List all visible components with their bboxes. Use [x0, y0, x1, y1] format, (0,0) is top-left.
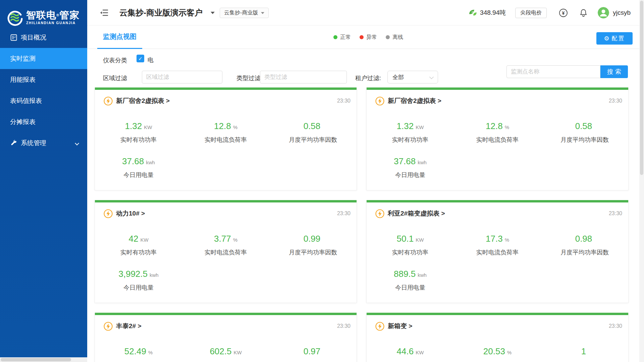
metric-value: 0.99	[304, 234, 321, 244]
topbar-right: co₂ 348.94吨 尖段电价 ¥ yjcsyb	[468, 0, 631, 25]
username[interactable]: yjcsyb	[613, 9, 631, 16]
metric-unit: %	[148, 350, 153, 355]
legend-dot	[386, 35, 390, 39]
tab-monitor-point-view[interactable]: 监测点视图	[97, 25, 142, 49]
metric-unit: kwh	[418, 272, 427, 278]
card-title-link[interactable]: 新箱变 >	[388, 322, 412, 330]
card-timestamp: 23:30	[337, 323, 351, 329]
page-title[interactable]: 云集抄-商业版演示客户	[119, 7, 203, 18]
card-title-link[interactable]: 新厂宿舍2虚拟表 >	[116, 97, 170, 105]
metric-value: 17.3	[486, 234, 503, 244]
card-timestamp: 23:30	[337, 210, 351, 217]
overview-icon	[10, 34, 17, 41]
metric-value: 44.6	[397, 346, 414, 356]
card-title-link[interactable]: 动力10# >	[116, 209, 145, 218]
card-title-link[interactable]: 新厂宿舍2虚拟表 >	[388, 97, 441, 105]
card-timestamp: 23:30	[609, 98, 622, 104]
sidebar-horizontal-scrollbar[interactable]	[0, 357, 87, 362]
legend-label: 正常	[340, 34, 351, 41]
metric-label: 实时有功功率	[95, 136, 182, 144]
card-title-link[interactable]: 利亚2#箱变虚拟表 >	[388, 209, 445, 218]
region-filter-input[interactable]	[142, 71, 222, 83]
menu-fold-icon[interactable]	[100, 9, 109, 17]
notification-bell-icon[interactable]	[579, 8, 588, 17]
monitor-card[interactable]: 利亚2#箱变虚拟表 > 23:30 50.1KW 实时有功功率 17.3% 实时…	[366, 200, 629, 303]
metric-label: 实时有功功率	[367, 136, 454, 144]
region-filter-label: 区域过滤	[103, 74, 127, 82]
search-input[interactable]	[506, 65, 600, 78]
brand-en: ZHILIANDIAN GUANJIA	[26, 21, 79, 25]
metric-row: 1.32KW 实时有功功率 12.8% 实时电流负荷率 0.58 月度平均功率因…	[95, 121, 357, 144]
metric-3: 1	[541, 346, 628, 361]
carbon-total: 348.94吨	[480, 8, 506, 17]
metric-power-factor: 0.99 月度平均功率因数	[269, 234, 357, 256]
type-filter-input[interactable]	[260, 71, 347, 83]
sidebar-item-label: 分摊报表	[10, 118, 36, 126]
metric-unit: %	[507, 350, 512, 355]
sidebar-item-label: 系统管理	[21, 139, 46, 147]
metric-label: 今日用电量	[95, 284, 182, 292]
card-title-link[interactable]: 丰泰2# >	[116, 322, 142, 330]
vertical-scrollbar[interactable]	[639, 0, 644, 362]
carbon-leaf-icon: co₂	[468, 8, 478, 17]
metric-active-power: 50.1KW 实时有功功率	[367, 234, 454, 256]
brand-logo: 智联电®管家 ZHILIANDIAN GUANJIA	[0, 0, 87, 29]
search-button[interactable]: 搜索	[600, 65, 628, 78]
metric-label: 今日用电量	[367, 171, 454, 179]
currency-icon[interactable]: ¥	[559, 8, 568, 17]
card-header: 动力10# > 23:30	[95, 208, 357, 219]
monitor-card[interactable]: 新箱变 > 23:30 44.6KW 20.53% 1	[366, 313, 629, 362]
sidebar-item-meter-reading-report[interactable]: 表码值报表	[0, 90, 87, 111]
caret-down-icon[interactable]	[211, 12, 215, 14]
vertical-scrollbar-thumb[interactable]	[640, 1, 643, 175]
metric-value: 42	[128, 234, 138, 244]
metric-unit: %	[505, 124, 509, 130]
chevron-down-icon	[429, 75, 434, 79]
sidebar-item-system-management[interactable]: 系统管理	[0, 132, 87, 154]
sidebar-horizontal-scrollbar-thumb[interactable]	[1, 358, 71, 361]
tab-bar: 监测点视图 正常 异常 离线 ⚙ 配置	[87, 25, 644, 49]
metric-active-power: 1.32KW 实时有功功率	[367, 121, 454, 144]
monitor-card[interactable]: 丰泰2# > 23:30 52.49% 602.5KW 0.97	[95, 313, 357, 362]
monitor-card[interactable]: 新厂宿舍2虚拟表 > 23:30 1.32KW 实时有功功率 12.8% 实时电…	[366, 87, 629, 190]
metric-value: 0.58	[575, 121, 592, 131]
metric-value: 12.8	[214, 121, 231, 131]
monitor-card[interactable]: 新厂宿舍2虚拟表 > 23:30 1.32KW 实时有功功率 12.8% 实时电…	[95, 87, 357, 190]
monitor-card[interactable]: 动力10# > 23:30 42KW 实时有功功率 3.77% 实时电流负荷率 …	[95, 200, 357, 303]
version-tag-dropdown[interactable]: 云集抄-商业版	[220, 8, 269, 18]
status-legend: 正常 异常 离线	[333, 25, 403, 49]
config-button[interactable]: ⚙ 配置	[596, 32, 633, 45]
metric-unit: KW	[233, 350, 241, 355]
sidebar-item-energy-report[interactable]: 用能报表	[0, 69, 87, 90]
status-bar-normal	[95, 313, 357, 315]
price-period-badge[interactable]: 尖段电价	[515, 8, 547, 18]
metric-value: 602.5	[210, 346, 231, 356]
sidebar-item-allocation-report[interactable]: 分摊报表	[0, 111, 87, 132]
metric-daily-energy: 37.68kwh 今日用电量	[95, 156, 182, 179]
metric-value: 3,992.5	[118, 269, 148, 279]
sidebar: 智联电®管家 ZHILIANDIAN GUANJIA 项目概况 实时监测 用能报…	[0, 0, 87, 362]
search-group: 搜索	[506, 65, 628, 78]
metric-label: 实时有功功率	[367, 248, 454, 256]
tenant-select[interactable]: 全部	[387, 71, 438, 83]
electric-checkbox-label[interactable]: 电	[148, 56, 154, 64]
sidebar-item-project-overview[interactable]: 项目概况	[0, 27, 87, 48]
lightning-icon	[375, 209, 384, 218]
legend-label: 离线	[392, 34, 403, 41]
metric-label: 实时电流负荷率	[454, 136, 541, 144]
metric-value: 50.1	[397, 234, 414, 244]
user-avatar[interactable]	[598, 7, 609, 18]
chevron-down-icon	[75, 141, 79, 145]
metric-2: 602.5KW	[182, 346, 269, 361]
tenant-filter-label: 租户过滤:	[355, 74, 381, 82]
metric-value: 52.49	[124, 346, 146, 356]
electric-checkbox[interactable]: ✓	[137, 55, 144, 62]
sidebar-item-label: 用能报表	[10, 75, 36, 84]
sidebar-item-realtime-monitoring[interactable]: 实时监测	[0, 48, 87, 69]
lightning-icon	[104, 322, 113, 331]
sidebar-nav: 项目概况 实时监测 用能报表 表码值报表 分摊报表 系统管理	[0, 27, 87, 154]
type-filter-label: 类型过滤	[236, 74, 261, 82]
metric-unit: KW	[140, 237, 148, 243]
settings-wrench-icon	[10, 139, 17, 147]
legend-dot	[333, 35, 337, 39]
